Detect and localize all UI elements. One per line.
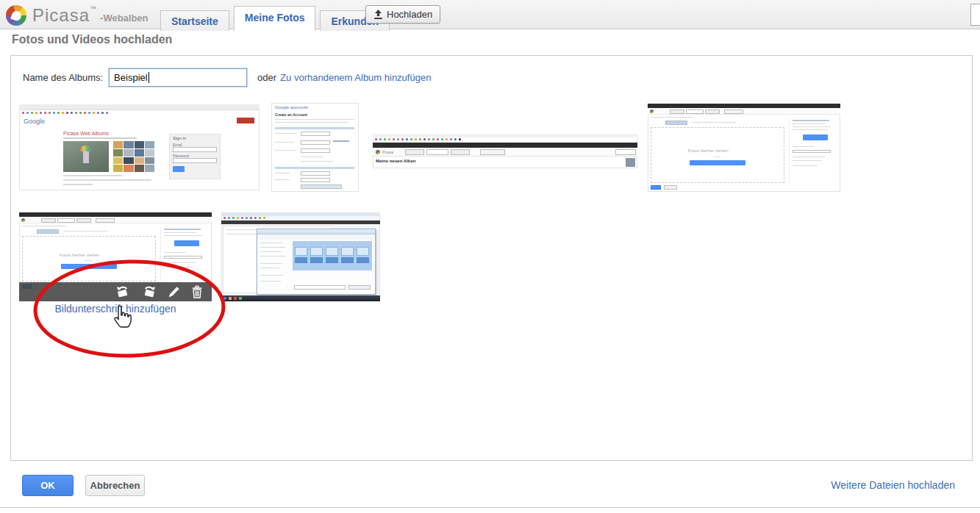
uploaded-photo-thumbnail-3[interactable]: Picasa Meine neuen Alben xyxy=(373,134,637,168)
upload-more-files-link[interactable]: Weitere Dateien hochladen xyxy=(831,479,955,491)
mini-black-navbar xyxy=(221,220,380,224)
album-name-input[interactable]: Beispiel xyxy=(109,68,247,87)
picasa-logo[interactable]: Picasa™ -Webalben xyxy=(6,4,149,27)
mini-picasa-header: Picasa xyxy=(373,148,637,157)
mini-dropzone: Fotos hierher ziehen xyxy=(651,127,784,183)
mini-dialog-nav xyxy=(259,241,290,293)
bottom-divider xyxy=(0,507,980,508)
tab-startseite[interactable]: Startseite xyxy=(160,10,229,31)
tab-meine-fotos[interactable]: Meine Fotos xyxy=(234,6,316,31)
mini-browser-addressbar xyxy=(19,104,260,110)
brand-suffix: -Webalben xyxy=(100,8,149,24)
brand-name: Picasa™ xyxy=(32,5,97,26)
mini-signin-button xyxy=(237,118,254,123)
mini-sidebar xyxy=(160,227,207,281)
cancel-button[interactable]: Abbrechen xyxy=(85,475,145,496)
picasa-pinwheel-icon xyxy=(6,5,26,26)
mini-file-dialog xyxy=(257,229,376,295)
mini-section-divider xyxy=(275,127,354,129)
mini-selected-files xyxy=(293,241,372,270)
album-name-value: Beispiel xyxy=(114,72,148,83)
mini-browser-tabs xyxy=(221,212,380,216)
upload-button-label: Hochladen xyxy=(387,9,432,20)
upload-panel: Name des Albums: Beispiel oder Zu vorhan… xyxy=(10,55,973,461)
add-caption-link[interactable]: Bildunterschrift hinzufügen xyxy=(55,303,176,315)
hochladen-button[interactable]: Hochladen xyxy=(365,5,440,24)
ok-button[interactable]: OK xyxy=(22,475,74,496)
mini-album-title: Meine neuen Alben xyxy=(376,159,415,163)
search-box-cutoff[interactable] xyxy=(970,4,980,26)
mini-header xyxy=(648,108,840,115)
add-to-existing-album-link[interactable]: Zu vorhandenem Album hinzufügen xyxy=(280,72,431,83)
oder-text: oder xyxy=(257,72,276,83)
rotate-right-icon[interactable] xyxy=(141,284,157,299)
delete-trash-icon[interactable] xyxy=(191,285,203,298)
mini-header xyxy=(19,217,212,223)
album-name-label: Name des Albums: xyxy=(23,72,103,83)
album-name-row: Name des Albums: Beispiel oder Zu vorhan… xyxy=(23,68,431,87)
uploaded-photo-thumbnail-6[interactable] xyxy=(221,212,380,301)
mini-avatar-photo xyxy=(626,158,635,167)
mini-dropzone: Fotos hierher ziehen xyxy=(22,236,156,281)
mini-create-account-heading: Create an Account xyxy=(275,112,307,117)
mini-addressbar xyxy=(373,134,637,137)
mini-signin-box: Sign in Email Password xyxy=(169,134,221,179)
caption-link-wrapper: Bildunterschrift hinzufügen xyxy=(19,303,212,315)
mini-google-logo: Google xyxy=(24,118,45,125)
rotate-left-icon[interactable] xyxy=(115,284,131,299)
mini-section-divider-2 xyxy=(275,167,354,169)
mini-taskbar xyxy=(221,295,380,301)
trademark-symbol: ™ xyxy=(90,5,97,12)
mini-black-navbar xyxy=(373,143,637,148)
mini-bookmark-icons xyxy=(22,112,108,114)
mini-sidebar xyxy=(789,118,836,183)
top-header-bar: Picasa™ -Webalben Startseite Meine Fotos… xyxy=(0,0,980,29)
picasa-webalbums-page: Picasa™ -Webalben Startseite Meine Fotos… xyxy=(0,0,980,513)
mini-umbrella-photo xyxy=(63,141,109,172)
edit-pencil-icon[interactable] xyxy=(168,285,181,298)
photo-hover-toolbar xyxy=(19,282,212,301)
mini-text-line xyxy=(63,137,137,139)
mini-bookmarks-row xyxy=(375,138,461,140)
main-navigation-tabs: Startseite Meine Fotos Erkunden xyxy=(160,6,394,31)
mini-photo-grid xyxy=(113,141,154,172)
mini-google-accounts-logo: Google accounts xyxy=(275,105,308,110)
page-title: Fotos und Videos hochladen xyxy=(12,33,172,46)
uploaded-photo-thumbnail-4[interactable]: Fotos hierher ziehen xyxy=(648,104,840,192)
mini-picasa-heading: Picasa Web Albums xyxy=(63,131,109,136)
uploaded-photo-thumbnail-5-hovered[interactable]: Fotos hierher ziehen xyxy=(19,212,212,301)
uploaded-photo-thumbnail-2[interactable]: Google accounts Create an Account xyxy=(271,103,359,192)
mini-icons-row xyxy=(223,217,265,219)
upload-arrow-icon xyxy=(373,10,383,20)
text-caret xyxy=(149,72,149,83)
uploaded-photo-thumbnail-1[interactable]: Google Picasa Web Albums Sign in Email P… xyxy=(19,104,260,190)
